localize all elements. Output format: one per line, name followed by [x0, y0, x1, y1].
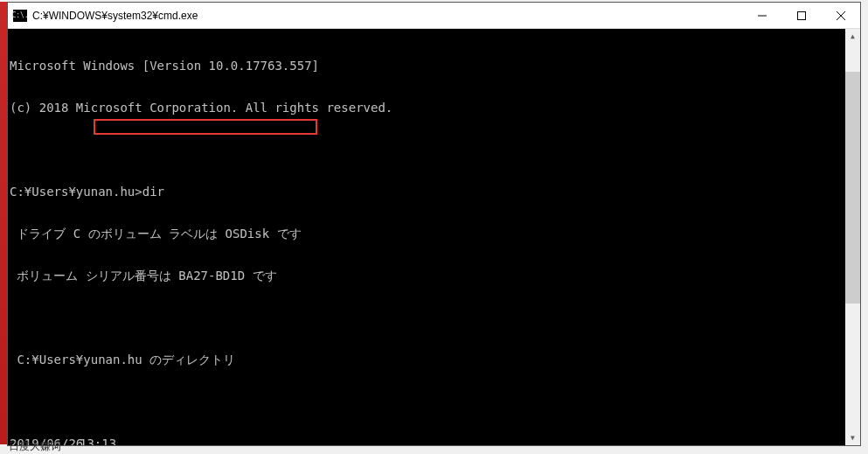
app-icon: C:\. [13, 10, 27, 22]
volume-prefix: ボリューム [10, 269, 86, 283]
terminal-output[interactable]: Microsoft Windows [Version 10.0.17763.55… [8, 29, 860, 445]
blank-line [10, 143, 860, 157]
window-title: C:¥WINDOWS¥system32¥cmd.exe [32, 10, 742, 22]
scroll-up-arrow-icon[interactable]: ▲ [845, 29, 860, 44]
close-button[interactable] [821, 3, 860, 28]
vertical-scrollbar[interactable]: ▲ ▼ [845, 29, 860, 445]
minimize-button[interactable] [742, 3, 781, 28]
prompt-line: C:¥Users¥yunan.hu>dir [10, 185, 860, 199]
volume-serial-text: シリアル番号は BA27-BD1D です [86, 269, 277, 283]
background-text: 日度大赚词 [9, 439, 61, 454]
blank-line [10, 395, 860, 409]
header-line-1: Microsoft Windows [Version 10.0.17763.55… [10, 59, 860, 73]
maximize-button[interactable] [781, 3, 821, 28]
header-line-2: (c) 2018 Microsoft Corporation. All righ… [10, 101, 860, 115]
directory-listing: 2019/06/2613:13.2019/06/2613:13..2019/06… [10, 437, 860, 445]
titlebar[interactable]: C:\. C:¥WINDOWS¥system32¥cmd.exe [8, 3, 860, 29]
background-sliver [0, 2, 7, 444]
directory-header: C:¥Users¥yunan.hu のディレクトリ [10, 353, 860, 367]
window-controls [742, 3, 860, 28]
minimize-icon [758, 11, 767, 20]
cmd-window: C:\. C:¥WINDOWS¥system32¥cmd.exe Microso… [7, 2, 861, 446]
scroll-thumb[interactable] [845, 72, 860, 304]
entry-time: 13:13 [80, 437, 128, 445]
scroll-down-arrow-icon[interactable]: ▼ [845, 430, 860, 445]
maximize-icon [797, 11, 806, 20]
svg-rect-1 [797, 11, 805, 19]
entry-name: . [198, 437, 212, 445]
entry-dir-flag: . [128, 437, 177, 445]
scroll-track[interactable] [845, 44, 860, 430]
volume-label-line: ドライブ C のボリューム ラベルは OSDisk です [10, 227, 860, 241]
annotation-highlight-box [94, 119, 317, 135]
blank-line [10, 311, 860, 325]
close-icon [837, 11, 845, 20]
dir-entry: 2019/06/2613:13. [10, 437, 860, 445]
volume-serial-line: ボリューム シリアル番号は BA27-BD1D です [10, 269, 860, 283]
